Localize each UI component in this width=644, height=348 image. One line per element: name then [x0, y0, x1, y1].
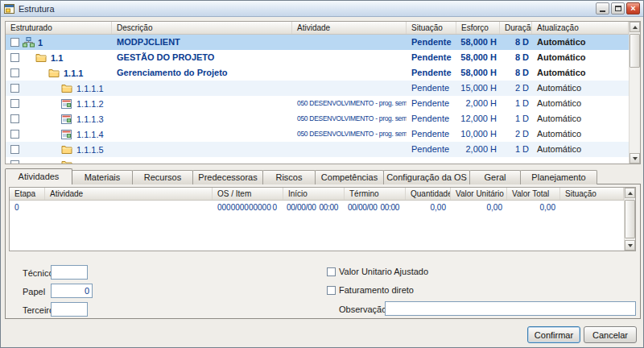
tree-column-header-atualiza-o[interactable]: Atualização: [532, 22, 629, 34]
tab-compet-ncias[interactable]: Competências: [315, 170, 384, 184]
valor-unitario-ajustado-checkbox[interactable]: Valor Unitario Ajustado: [327, 267, 428, 276]
close-icon: ×: [630, 4, 635, 13]
tab-planejamento[interactable]: Planejamento: [520, 170, 597, 184]
scroll-down-button[interactable]: [625, 240, 635, 251]
tree-row-1[interactable]: 1MODPJCLIENTPendente58,000 H8 DAutomátic…: [6, 35, 629, 50]
tree-row-1-1-1-2[interactable]: 1.1.1.2050 DESENVOLVIMENTO - prog. sem c…: [6, 96, 629, 111]
tree-column-header-esfor-o[interactable]: Esforço: [456, 22, 500, 34]
row-situacao: Pendente: [407, 65, 456, 81]
grid-scrollbar[interactable]: [624, 188, 635, 251]
maximize-button[interactable]: [611, 2, 625, 14]
grid-column-header-etapa[interactable]: Etapa: [10, 188, 45, 200]
tree-cell-estruturado: 1.1.1: [6, 65, 112, 81]
tree-column-header-atividade[interactable]: Atividade: [292, 22, 407, 34]
scrollbar-thumb[interactable]: [625, 200, 635, 238]
row-atividade: [292, 65, 407, 81]
row-esforco: 58,000 H: [456, 50, 500, 65]
terceiro-input[interactable]: [51, 302, 88, 317]
faturamento-direto-checkbox[interactable]: Faturamento direto: [327, 285, 414, 295]
row-descricao: Gerenciamento do Projeto: [112, 65, 292, 81]
close-button[interactable]: ×: [626, 2, 640, 14]
tree-scrollbar[interactable]: [629, 22, 640, 164]
project-icon: [23, 37, 35, 48]
grid-column-header-quantidade[interactable]: Quantidade: [406, 188, 451, 200]
scroll-up-button[interactable]: [625, 188, 635, 198]
tree-header: EstruturadoDescriçãoAtividadeSituaçãoEsf…: [6, 22, 629, 35]
tree-column-header-estruturado[interactable]: Estruturado: [6, 22, 112, 34]
tree-row-1-1-1-3[interactable]: 1.1.1.3050 DESENVOLVIMENTO - prog. sem c…: [6, 111, 629, 126]
cancelar-button[interactable]: Cancelar: [584, 326, 637, 343]
tree-row-1-1[interactable]: 1.1GESTÃO DO PROJETOPendente58,000 H8 DA…: [6, 50, 629, 65]
tree-row-1-1-1-4[interactable]: 1.1.1.4050 DESENVOLVIMENTO - prog. sem c…: [6, 126, 629, 142]
grid-column-header-situa-o[interactable]: Situação: [560, 188, 624, 200]
tab-materiais[interactable]: Materiais: [72, 170, 133, 184]
scroll-up-button[interactable]: [630, 22, 640, 32]
tree-row-1-1-1-5[interactable]: 1.1.1.5Pendente2,000 H1 DAutomático: [6, 142, 629, 157]
row-descricao: [112, 157, 292, 164]
row-checkbox[interactable]: [10, 160, 19, 164]
tree-cell-estruturado: 1.1.1.4: [6, 126, 112, 142]
tab-atividades[interactable]: Atividades: [5, 168, 72, 184]
scrollbar-thumb[interactable]: [630, 34, 640, 68]
tab-recursos[interactable]: Recursos: [132, 170, 193, 184]
row-code: 1.1.1: [64, 68, 83, 78]
row-checkbox[interactable]: [10, 114, 19, 123]
row-checkbox[interactable]: [10, 53, 19, 62]
row-code: 1.1.1.3: [76, 114, 104, 124]
row-descricao: [112, 126, 292, 142]
row-checkbox[interactable]: [10, 145, 19, 154]
papel-input[interactable]: [51, 284, 93, 298]
tree-row-partial[interactable]: [6, 157, 629, 164]
grid-column-header-os-item[interactable]: OS / Item: [213, 188, 283, 200]
maximize-icon: [615, 6, 621, 11]
row-checkbox[interactable]: [10, 99, 19, 108]
observacao-input[interactable]: [385, 301, 636, 316]
row-code: 1.1.1.1: [76, 84, 104, 93]
arrow-down-icon: [628, 244, 633, 247]
checkbox-box[interactable]: [327, 267, 336, 276]
confirmar-button[interactable]: Confirmar: [527, 326, 580, 343]
tree-row-1-1-1[interactable]: 1.1.1Gerenciamento do ProjetoPendente58,…: [6, 65, 629, 81]
grid-column-header-t-rmino[interactable]: Término: [345, 188, 406, 200]
grid-header: EtapaAtividadeOS / ItemInícioTérminoQuan…: [10, 188, 624, 201]
tab-geral[interactable]: Geral: [469, 170, 521, 184]
row-descricao: GESTÃO DO PROJETO: [112, 50, 292, 65]
os-value: 000000000000: [217, 201, 271, 214]
scroll-down-button[interactable]: [630, 153, 640, 164]
cell-quantidade: 0,00: [406, 201, 451, 214]
row-descricao: [112, 96, 292, 111]
row-duracao: 2 D: [500, 81, 532, 96]
papel-label: Papel: [23, 287, 45, 296]
grid-column-header-in-cio[interactable]: Início: [283, 188, 345, 200]
row-atualizacao: Automático: [532, 65, 629, 81]
tree-column-header-dura-o[interactable]: Duração: [500, 22, 532, 34]
tree-column-header-situa-o[interactable]: Situação: [407, 22, 456, 34]
row-checkbox[interactable]: [10, 38, 19, 47]
row-checkbox[interactable]: [10, 84, 19, 93]
cell-atividade: [45, 201, 213, 214]
folder-icon: [61, 145, 74, 154]
arrow-up-icon: [633, 26, 638, 29]
tree-column-header-descri-o[interactable]: Descrição: [112, 22, 292, 34]
tree-rows: 1MODPJCLIENTPendente58,000 H8 DAutomátic…: [6, 35, 629, 164]
row-checkbox[interactable]: [10, 68, 19, 77]
grid-column-header-atividade[interactable]: Atividade: [45, 188, 213, 200]
terceiro-label: Terceiro: [23, 305, 54, 315]
row-checkbox[interactable]: [10, 130, 19, 139]
minimize-button[interactable]: [596, 2, 609, 14]
titlebar: Estrutura ×: [1, 1, 643, 17]
tab-predecessoras[interactable]: Predecessoras: [192, 170, 263, 184]
row-situacao: Pendente: [407, 126, 456, 142]
tree-row-1-1-1-1[interactable]: 1.1.1.1Pendente15,000 H2 DAutomático: [6, 81, 629, 96]
tab-riscos[interactable]: Riscos: [262, 170, 316, 184]
checkbox-box[interactable]: [327, 286, 336, 295]
tecnico-input[interactable]: [51, 265, 88, 280]
grid-column-header-valor-total[interactable]: Valor Total: [507, 188, 560, 200]
row-duracao: 1 D: [500, 111, 532, 126]
tree-cell-estruturado: [6, 157, 112, 164]
inicio-data: 00/00/00: [287, 201, 316, 214]
grid-row[interactable]: 0000000000000000/00/0000:0000/00/0000:00…: [10, 201, 624, 214]
grid-column-header-valor-unit-rio[interactable]: Valor Unitário: [451, 188, 507, 200]
row-atividade: 050 DESENVOLVIMENTO - prog. sem cust: [292, 126, 407, 142]
tab-configura-o-da-os[interactable]: Configuração da OS: [383, 170, 470, 184]
